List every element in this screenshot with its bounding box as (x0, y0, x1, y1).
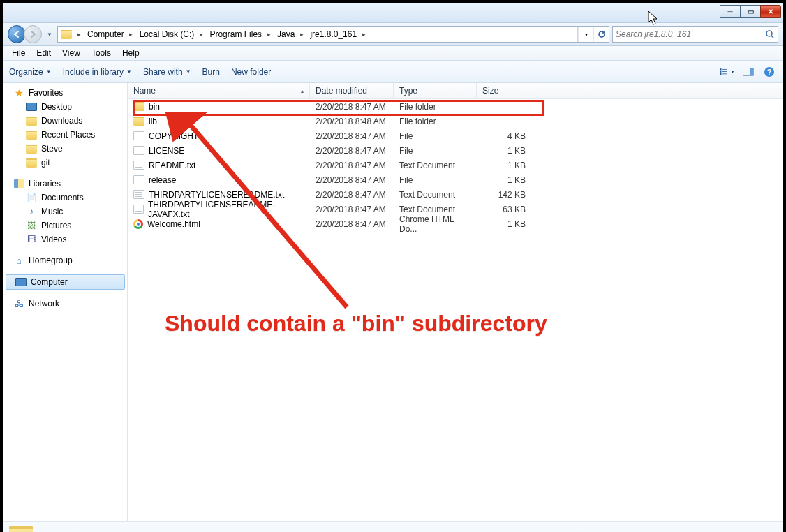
folder-icon (133, 102, 144, 111)
tool-new-folder[interactable]: New folder (231, 67, 271, 77)
sidebar-item-label: Pictures (41, 221, 71, 230)
file-row[interactable]: README.txt2/20/2018 8:47 AMText Document… (128, 158, 783, 172)
breadcrumb-segment[interactable]: Computer (83, 27, 127, 42)
sidebar-item[interactable]: Desktop (3, 100, 127, 114)
search-input[interactable] (616, 29, 765, 39)
network-icon: 🖧 (13, 298, 24, 309)
breadcrumb-segment[interactable]: Local Disk (C:) (135, 27, 198, 42)
help-button[interactable]: ? (762, 64, 777, 80)
chevron-down-icon: ▾ (585, 31, 588, 38)
file-date: 2/20/2018 8:47 AM (310, 102, 394, 112)
file-type: Text Document (394, 190, 477, 200)
svg-rect-3 (720, 73, 721, 74)
column-size[interactable]: Size (477, 83, 531, 98)
sidebar-computer[interactable]: Computer (6, 274, 125, 290)
chevron-down-icon: ▼ (47, 31, 52, 38)
file-icon (133, 131, 144, 140)
svg-rect-5 (722, 71, 727, 72)
file-date: 2/20/2018 8:47 AM (310, 205, 394, 214)
maximize-button[interactable]: ▭ (740, 5, 761, 18)
breadcrumb-dropdown[interactable]: ▾ (578, 27, 593, 42)
menubar: File Edit View Tools Help (3, 46, 783, 61)
file-icon (133, 175, 144, 184)
sidebar-favorites-header[interactable]: ★ Favorites (3, 86, 127, 100)
file-type: Text Document (394, 161, 477, 170)
breadcrumb-root-arrow[interactable]: ▸ (75, 31, 83, 38)
file-row[interactable]: COPYRIGHT2/20/2018 8:47 AMFile4 KB (128, 128, 783, 143)
navigation-pane: ★ Favorites DesktopDownloadsRecent Place… (3, 83, 128, 521)
sidebar-item-label: git (41, 158, 50, 168)
file-size: 1 KB (477, 175, 531, 185)
svg-rect-1 (720, 68, 721, 70)
preview-pane-button[interactable] (741, 64, 756, 80)
text-file-icon (133, 205, 144, 214)
refresh-button[interactable] (593, 27, 609, 42)
menu-tools[interactable]: Tools (86, 47, 117, 59)
nav-history-dropdown[interactable]: ▼ (45, 26, 54, 43)
file-list-pane: Name▴ Date modified Type Size bin2/20/20… (128, 83, 783, 521)
sidebar-item-label: Desktop (41, 102, 72, 112)
svg-rect-6 (722, 73, 727, 74)
file-row[interactable]: lib2/20/2018 8:48 AMFile folder (128, 114, 783, 128)
folder-icon (26, 143, 37, 154)
tool-share-with[interactable]: Share with▼ (143, 67, 191, 77)
breadcrumb-bar[interactable]: ▸ Computer▸Local Disk (C:)▸Program Files… (57, 26, 609, 43)
file-size: 142 KB (477, 190, 531, 200)
search-box[interactable] (612, 26, 778, 43)
file-name: bin (149, 102, 160, 112)
menu-edit[interactable]: Edit (31, 47, 57, 59)
file-row[interactable]: Welcome.html2/20/2018 8:47 AMChrome HTML… (128, 216, 783, 231)
sidebar-network[interactable]: 🖧 Network (3, 297, 127, 311)
menu-file[interactable]: File (6, 47, 31, 59)
desktop-icon (26, 101, 37, 112)
breadcrumb-segment[interactable]: Program Files (205, 27, 265, 42)
sidebar-item[interactable]: git (3, 156, 127, 170)
menu-help[interactable]: Help (117, 47, 145, 59)
menu-view[interactable]: View (57, 47, 86, 59)
close-button[interactable]: ✕ (760, 5, 781, 18)
sidebar-item-label: Network (29, 299, 59, 309)
tool-organize[interactable]: Organize▼ (9, 67, 52, 77)
sidebar-item[interactable]: 🖼Pictures (3, 219, 127, 232)
titlebar: ─ ▭ ✕ (3, 3, 783, 23)
sidebar-item[interactable]: Steve (3, 142, 127, 156)
sidebar-item[interactable]: ♪Music (3, 205, 127, 219)
sidebar-libraries-header[interactable]: Libraries (3, 177, 127, 191)
refresh-icon (597, 29, 607, 39)
file-type: File folder (394, 102, 477, 112)
column-type[interactable]: Type (394, 83, 477, 98)
view-options-button[interactable]: ▼ (720, 64, 735, 80)
breadcrumb-arrow-icon[interactable]: ▸ (359, 31, 368, 38)
breadcrumb-segment[interactable]: Java (273, 27, 297, 42)
search-icon (765, 29, 775, 39)
sidebar-item[interactable]: Downloads (3, 114, 127, 128)
svg-rect-4 (722, 68, 727, 69)
tool-include-library[interactable]: Include in library▼ (63, 67, 132, 77)
libraries-icon (13, 178, 24, 189)
file-row[interactable]: bin2/20/2018 8:47 AMFile folder (128, 99, 783, 114)
sidebar-homegroup[interactable]: ⌂ Homegroup (3, 253, 127, 267)
breadcrumb-arrow-icon[interactable]: ▸ (265, 31, 273, 38)
breadcrumb-arrow-icon[interactable]: ▸ (127, 31, 135, 38)
sidebar-item[interactable]: Recent Places (3, 128, 127, 142)
location-icon (58, 30, 75, 39)
column-name[interactable]: Name▴ (128, 83, 310, 98)
column-headers: Name▴ Date modified Type Size (128, 83, 783, 99)
breadcrumb-segment[interactable]: jre1.8.0_161 (306, 27, 359, 42)
minimize-button[interactable]: ─ (720, 5, 741, 18)
sidebar-item[interactable]: 📄Documents (3, 191, 127, 205)
file-row[interactable]: release2/20/2018 8:47 AMFile1 KB (128, 172, 783, 187)
status-bar: 9 items (3, 521, 783, 532)
file-size: 63 KB (477, 205, 531, 214)
file-date: 2/20/2018 8:48 AM (310, 117, 394, 126)
preview-pane-icon (743, 68, 754, 76)
breadcrumb-arrow-icon[interactable]: ▸ (297, 31, 306, 38)
column-date-modified[interactable]: Date modified (310, 83, 394, 98)
nav-forward-button[interactable] (24, 25, 42, 43)
breadcrumb-arrow-icon[interactable]: ▸ (197, 31, 205, 38)
file-row[interactable]: LICENSE2/20/2018 8:47 AMFile1 KB (128, 143, 783, 158)
tool-burn[interactable]: Burn (202, 67, 220, 77)
sidebar-item[interactable]: 🎞Videos (3, 232, 127, 246)
file-date: 2/20/2018 8:47 AM (310, 190, 394, 200)
star-icon: ★ (13, 87, 24, 98)
